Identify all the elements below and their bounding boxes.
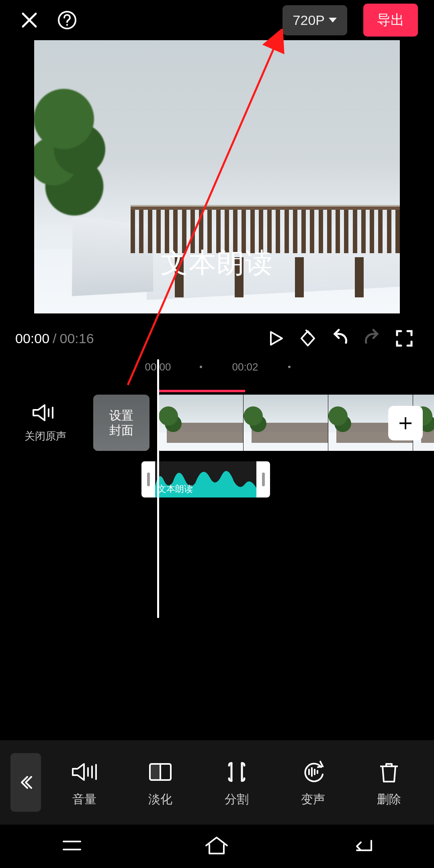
player-controls: 00:00/00:16	[0, 318, 434, 358]
clip-marker	[159, 390, 245, 392]
mute-original-button[interactable]: 关闭原声	[0, 402, 90, 443]
clip-handle-right[interactable]	[256, 461, 270, 497]
close-icon[interactable]	[18, 9, 40, 31]
fade-icon	[128, 757, 194, 786]
play-icon[interactable]	[261, 324, 290, 353]
set-cover-label: 设置 封面	[93, 395, 149, 451]
svg-marker-5	[301, 331, 314, 346]
tool-split[interactable]: 分割	[204, 757, 270, 808]
plus-icon: ＋	[394, 410, 417, 434]
duration: 00:16	[60, 331, 94, 346]
edit-toolbar: 音量 淡化 分割 变声 删除	[0, 740, 434, 825]
clip-handle-left[interactable]	[141, 461, 155, 497]
keyframe-icon[interactable]	[293, 324, 322, 353]
back-icon[interactable]	[350, 837, 374, 856]
export-label: 导出	[377, 12, 404, 27]
set-cover-button[interactable]: 设置 封面	[93, 395, 149, 451]
recents-icon[interactable]	[60, 837, 84, 855]
audio-clip[interactable]: 文本朗读	[141, 461, 270, 497]
resolution-button[interactable]: 720P	[283, 5, 347, 35]
clip-thumbnail[interactable]	[159, 395, 243, 451]
svg-rect-14	[150, 764, 160, 780]
add-clip-button[interactable]: ＋	[388, 406, 423, 440]
split-icon	[204, 757, 270, 786]
tool-volume[interactable]: 音量	[51, 757, 117, 808]
tool-label: 音量	[51, 791, 117, 808]
system-nav	[0, 825, 434, 868]
timecode: 00:00/00:16	[15, 331, 94, 346]
tool-label: 淡化	[128, 791, 194, 808]
tool-fade[interactable]: 淡化	[128, 757, 194, 808]
video-preview[interactable]: 文本朗读	[34, 40, 400, 313]
export-button[interactable]: 导出	[363, 4, 418, 37]
home-icon[interactable]	[204, 835, 229, 858]
preview-scene	[34, 68, 127, 237]
fullscreen-icon[interactable]	[390, 324, 419, 353]
current-time: 00:00	[15, 331, 49, 346]
top-bar: 720P 导出	[0, 0, 434, 40]
timeline-ruler[interactable]: 00:00 00:02	[0, 361, 434, 377]
audio-waveform: 文本朗读	[155, 461, 256, 497]
ruler-dot	[288, 366, 291, 368]
ruler-mark: 00:02	[232, 361, 258, 373]
back-button[interactable]	[10, 753, 41, 812]
trash-icon	[356, 757, 422, 786]
tool-label: 分割	[204, 791, 270, 808]
tool-voice[interactable]: 变声	[280, 757, 346, 808]
help-icon[interactable]	[56, 9, 78, 31]
speaker-icon	[51, 757, 117, 786]
chevron-down-icon	[329, 18, 337, 23]
tool-label: 删除	[356, 791, 422, 808]
clip-thumbnail[interactable]	[244, 395, 328, 451]
timeline[interactable]: 关闭原声 设置 封面 ＋ 文本朗读	[0, 377, 434, 550]
resolution-label: 720P	[293, 12, 325, 28]
text-overlay[interactable]: 文本朗读	[34, 245, 400, 281]
tool-delete[interactable]: 删除	[356, 757, 422, 808]
tool-label: 变声	[280, 791, 346, 808]
speaker-icon	[31, 402, 60, 424]
playhead[interactable]	[157, 359, 159, 618]
svg-point-3	[66, 24, 68, 26]
svg-marker-4	[271, 332, 282, 345]
voice-change-icon	[280, 757, 346, 786]
mute-label: 关闭原声	[0, 429, 90, 443]
audio-clip-label: 文本朗读	[158, 483, 193, 495]
redo-icon[interactable]	[358, 324, 387, 353]
undo-icon[interactable]	[326, 324, 354, 353]
ruler-dot	[200, 366, 202, 368]
